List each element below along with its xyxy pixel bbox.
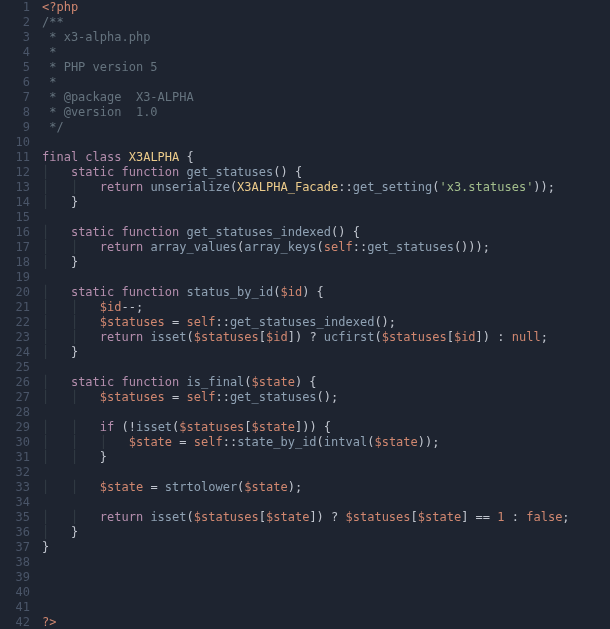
line-number: 30 xyxy=(6,435,30,450)
code-line[interactable]: final class X3ALPHA { xyxy=(42,150,610,165)
code-line[interactable]: │ } xyxy=(42,255,610,270)
line-number: 31 xyxy=(6,450,30,465)
line-number: 40 xyxy=(6,585,30,600)
line-number: 23 xyxy=(6,330,30,345)
code-line[interactable]: │ │ return isset($statuses[$state]) ? $s… xyxy=(42,510,610,525)
code-line[interactable] xyxy=(42,405,610,420)
line-number: 16 xyxy=(6,225,30,240)
code-line[interactable]: │ static function status_by_id($id) { xyxy=(42,285,610,300)
code-line[interactable]: │ static function get_statuses() { xyxy=(42,165,610,180)
code-line[interactable] xyxy=(42,495,610,510)
line-number: 27 xyxy=(6,390,30,405)
code-line[interactable]: │ } xyxy=(42,525,610,540)
code-line[interactable] xyxy=(42,555,610,570)
line-number: 36 xyxy=(6,525,30,540)
code-line[interactable]: } xyxy=(42,540,610,555)
code-line[interactable]: │ │ return isset($statuses[$id]) ? ucfir… xyxy=(42,330,610,345)
line-number-gutter: 1234567891011121314151617181920212223242… xyxy=(0,0,38,629)
code-line[interactable]: * xyxy=(42,45,610,60)
code-line[interactable] xyxy=(42,210,610,225)
code-line[interactable]: │ │ $id--; xyxy=(42,300,610,315)
line-number: 17 xyxy=(6,240,30,255)
line-number: 11 xyxy=(6,150,30,165)
code-line[interactable]: │ static function get_statuses_indexed()… xyxy=(42,225,610,240)
line-number: 26 xyxy=(6,375,30,390)
line-number: 25 xyxy=(6,360,30,375)
line-number: 29 xyxy=(6,420,30,435)
line-number: 24 xyxy=(6,345,30,360)
line-number: 38 xyxy=(6,555,30,570)
code-line[interactable]: * xyxy=(42,75,610,90)
code-line[interactable] xyxy=(42,465,610,480)
line-number: 14 xyxy=(6,195,30,210)
line-number: 6 xyxy=(6,75,30,90)
line-number: 13 xyxy=(6,180,30,195)
code-line[interactable] xyxy=(42,270,610,285)
code-line[interactable]: │ │ return unserialize(X3ALPHA_Facade::g… xyxy=(42,180,610,195)
code-line[interactable]: │ } xyxy=(42,195,610,210)
line-number: 39 xyxy=(6,570,30,585)
code-line[interactable]: * @package X3-ALPHA xyxy=(42,90,610,105)
line-number: 1 xyxy=(6,0,30,15)
code-line[interactable]: │ │ │ $state = self::state_by_id(intval(… xyxy=(42,435,610,450)
code-line[interactable]: │ │ $statuses = self::get_statuses_index… xyxy=(42,315,610,330)
line-number: 7 xyxy=(6,90,30,105)
code-line[interactable]: │ │ } xyxy=(42,450,610,465)
line-number: 18 xyxy=(6,255,30,270)
code-line[interactable]: │ │ if (!isset($statuses[$state])) { xyxy=(42,420,610,435)
line-number: 41 xyxy=(6,600,30,615)
code-line[interactable]: <?php xyxy=(42,0,610,15)
line-number: 21 xyxy=(6,300,30,315)
line-number: 9 xyxy=(6,120,30,135)
line-number: 33 xyxy=(6,480,30,495)
code-line[interactable]: │ static function is_final($state) { xyxy=(42,375,610,390)
code-line[interactable]: */ xyxy=(42,120,610,135)
line-number: 37 xyxy=(6,540,30,555)
code-editor[interactable]: 1234567891011121314151617181920212223242… xyxy=(0,0,610,629)
line-number: 8 xyxy=(6,105,30,120)
code-line[interactable]: /** xyxy=(42,15,610,30)
line-number: 22 xyxy=(6,315,30,330)
line-number: 34 xyxy=(6,495,30,510)
line-number: 5 xyxy=(6,60,30,75)
line-number: 15 xyxy=(6,210,30,225)
code-line[interactable]: │ │ return array_values(array_keys(self:… xyxy=(42,240,610,255)
line-number: 2 xyxy=(6,15,30,30)
line-number: 4 xyxy=(6,45,30,60)
code-line[interactable] xyxy=(42,600,610,615)
line-number: 35 xyxy=(6,510,30,525)
code-line[interactable]: * x3-alpha.php xyxy=(42,30,610,45)
line-number: 20 xyxy=(6,285,30,300)
code-area[interactable]: <?php/** * x3-alpha.php * * PHP version … xyxy=(38,0,610,629)
code-line[interactable]: * PHP version 5 xyxy=(42,60,610,75)
line-number: 32 xyxy=(6,465,30,480)
code-line[interactable]: * @version 1.0 xyxy=(42,105,610,120)
line-number: 12 xyxy=(6,165,30,180)
line-number: 28 xyxy=(6,405,30,420)
code-line[interactable] xyxy=(42,360,610,375)
line-number: 10 xyxy=(6,135,30,150)
code-line[interactable] xyxy=(42,570,610,585)
code-line[interactable] xyxy=(42,585,610,600)
line-number: 19 xyxy=(6,270,30,285)
code-line[interactable]: │ } xyxy=(42,345,610,360)
code-line[interactable]: ?> xyxy=(42,615,610,629)
line-number: 42 xyxy=(6,615,30,629)
code-line[interactable]: │ │ $state = strtolower($state); xyxy=(42,480,610,495)
line-number: 3 xyxy=(6,30,30,45)
code-line[interactable] xyxy=(42,135,610,150)
code-line[interactable]: │ │ $statuses = self::get_statuses(); xyxy=(42,390,610,405)
